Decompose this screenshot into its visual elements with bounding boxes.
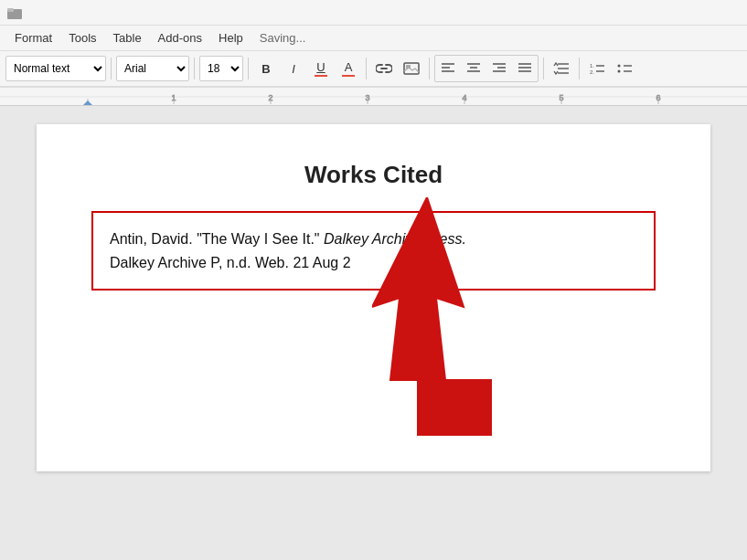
link-button[interactable] (371, 56, 397, 81)
bold-button[interactable]: B (253, 56, 279, 81)
citation-line1-italic: Dalkey Archive Press. (324, 231, 466, 247)
image-button[interactable] (399, 56, 424, 81)
align-justify-icon (518, 62, 532, 75)
folder-icon (7, 5, 22, 20)
italic-button[interactable]: I (281, 56, 306, 81)
citation-line-1: Antin, David. "The Way I See It." Dalkey… (110, 227, 637, 251)
svg-rect-1 (7, 8, 14, 12)
menu-bar: Format Tools Table Add-ons Help Saving..… (0, 26, 747, 51)
divider-3 (248, 58, 249, 79)
font-size-select[interactable]: 18 (199, 56, 243, 81)
align-center-button[interactable] (461, 56, 486, 81)
divider-4 (366, 58, 367, 79)
divider-2 (194, 58, 195, 79)
align-justify-button[interactable] (512, 56, 538, 81)
align-left-button[interactable] (435, 56, 461, 81)
font-color-icon: A (342, 60, 355, 77)
image-icon (403, 62, 420, 75)
svg-point-24 (618, 65, 621, 68)
font-select[interactable]: Arial (116, 56, 189, 81)
divider-6 (543, 58, 544, 79)
document-title: Works Cited (91, 161, 656, 189)
title-bar (0, 0, 747, 26)
saving-status: Saving... (260, 31, 306, 45)
paragraph-style-select[interactable]: Normal text (5, 56, 106, 81)
unordered-list-icon (616, 62, 633, 75)
toolbar: Normal text Arial 18 B I U A (0, 51, 747, 88)
document-page: Works Cited Antin, David. "The Way I See… (37, 124, 710, 471)
divider-5 (429, 58, 430, 79)
underline-a-icon: U (315, 60, 327, 77)
divider-1 (111, 58, 112, 79)
ruler: 1 2 3 4 5 6 (0, 88, 747, 106)
menu-format[interactable]: Format (7, 28, 59, 48)
svg-text:1.: 1. (590, 63, 594, 69)
align-left-icon (441, 62, 455, 75)
line-spacing-icon (553, 62, 570, 75)
citation-box: Antin, David. "The Way I See It." Dalkey… (91, 211, 656, 291)
menu-help[interactable]: Help (211, 28, 251, 48)
align-right-button[interactable] (486, 56, 512, 81)
unordered-list-button[interactable] (612, 56, 637, 81)
citation-line-2: Dalkey Archive P, n.d. Web. 21 Aug 2 (110, 251, 637, 275)
menu-tools[interactable]: Tools (61, 28, 103, 48)
underline-button[interactable]: U (308, 56, 334, 81)
ordered-list-button[interactable]: 1. 2. (584, 56, 610, 81)
document-area: Works Cited Antin, David. "The Way I See… (0, 106, 747, 560)
line-spacing-button[interactable] (549, 56, 574, 81)
align-right-icon (492, 62, 507, 75)
menu-table[interactable]: Table (106, 28, 149, 48)
citation-line1-normal: Antin, David. "The Way I See It." (110, 231, 324, 247)
divider-7 (579, 58, 580, 79)
svg-text:2.: 2. (590, 69, 594, 75)
ordered-list-icon: 1. 2. (589, 62, 605, 75)
align-center-icon (466, 62, 481, 75)
svg-point-25 (618, 70, 621, 73)
link-icon (376, 63, 392, 74)
menu-addons[interactable]: Add-ons (151, 28, 209, 48)
alignment-group (434, 55, 539, 82)
svg-rect-3 (404, 63, 419, 74)
font-color-button[interactable]: A (336, 56, 361, 81)
